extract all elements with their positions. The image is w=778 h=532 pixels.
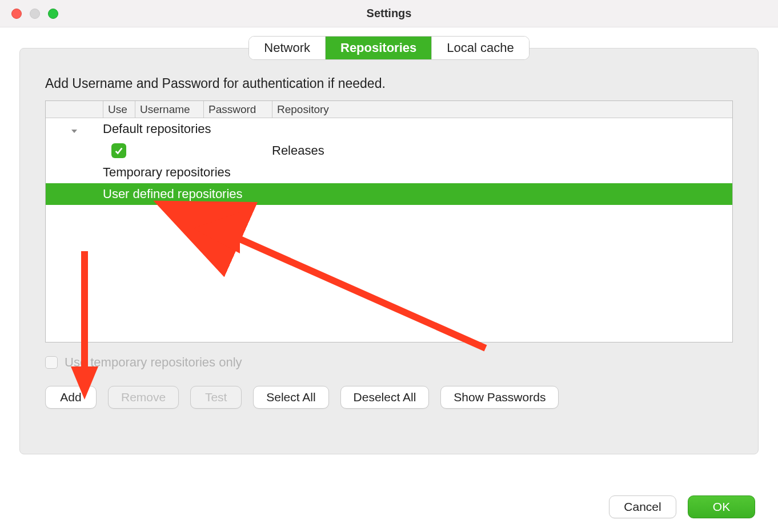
add-button[interactable]: Add xyxy=(45,386,97,409)
group-default-repositories[interactable]: Default repositories xyxy=(46,118,732,140)
table-header: Use Username Password Repository xyxy=(46,101,732,118)
table-button-row: Add Remove Test Select All Deselect All … xyxy=(45,386,733,409)
option-temp-only: Use temporary repositories only xyxy=(45,355,733,370)
group-label: User defined repositories xyxy=(103,183,732,205)
cancel-button[interactable]: Cancel xyxy=(609,495,676,518)
group-user-defined-repositories[interactable]: User defined repositories xyxy=(46,183,732,205)
traffic-lights xyxy=(0,9,58,19)
col-header-repository[interactable]: Repository xyxy=(272,101,732,118)
zoom-window-button[interactable] xyxy=(48,9,58,19)
group-temporary-repositories[interactable]: Temporary repositories xyxy=(46,162,732,183)
use-checkbox-checked[interactable] xyxy=(111,143,126,158)
col-header-username[interactable]: Username xyxy=(135,101,203,118)
test-button[interactable]: Test xyxy=(190,386,242,409)
col-header-password[interactable]: Password xyxy=(203,101,272,118)
show-passwords-button[interactable]: Show Passwords xyxy=(440,386,559,409)
dialog-footer: Cancel OK xyxy=(609,495,755,518)
minimize-window-button[interactable] xyxy=(30,9,40,19)
group-label: Temporary repositories xyxy=(103,162,732,183)
temp-only-label: Use temporary repositories only xyxy=(65,355,242,370)
row-releases[interactable]: Releases xyxy=(46,140,732,162)
instruction-text: Add Username and Password for authentica… xyxy=(45,76,733,91)
select-all-button[interactable]: Select All xyxy=(253,386,328,409)
temp-only-checkbox[interactable] xyxy=(45,356,58,369)
row-repository-name: Releases xyxy=(272,140,732,162)
remove-button[interactable]: Remove xyxy=(108,386,179,409)
col-header-use[interactable]: Use xyxy=(103,101,135,118)
tab-bar: Network Repositories Local cache xyxy=(248,36,529,60)
group-label: Default repositories xyxy=(103,118,732,140)
deselect-all-button[interactable]: Deselect All xyxy=(340,386,430,409)
tab-network[interactable]: Network xyxy=(249,37,326,59)
close-window-button[interactable] xyxy=(11,9,22,19)
tab-local-cache[interactable]: Local cache xyxy=(432,37,528,59)
col-header-blank xyxy=(46,101,103,118)
tab-repositories[interactable]: Repositories xyxy=(326,37,432,59)
window-title: Settings xyxy=(0,7,778,20)
ok-button[interactable]: OK xyxy=(688,495,755,518)
repositories-table: Use Username Password Repository Default… xyxy=(45,100,733,342)
titlebar: Settings xyxy=(0,0,778,27)
chevron-down-icon xyxy=(70,124,79,134)
settings-panel: Network Repositories Local cache Add Use… xyxy=(19,48,759,454)
